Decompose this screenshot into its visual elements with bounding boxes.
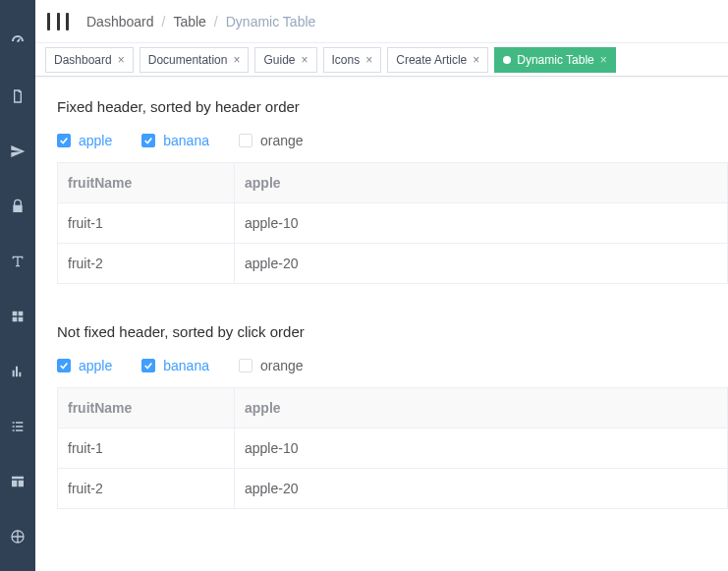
tabs-bar: Dashboard×Documentation×Guide×Icons×Crea…: [35, 43, 728, 77]
section-title: Not fixed header, sorted by click order: [57, 323, 728, 340]
breadcrumb-item[interactable]: Table: [173, 14, 205, 29]
table-header-cell: apple: [235, 163, 728, 203]
table-cell: apple-10: [235, 203, 728, 244]
tab-label: Documentation: [148, 53, 228, 67]
breadcrumb-item[interactable]: Dashboard: [86, 14, 154, 29]
close-icon[interactable]: ×: [365, 53, 372, 67]
tab[interactable]: Create Article×: [387, 47, 488, 73]
table-section: Fixed header, sorted by header orderappl…: [57, 98, 728, 284]
breadcrumb-separator: /: [162, 14, 166, 29]
breadcrumb-item: Dynamic Table: [226, 14, 316, 29]
checkbox[interactable]: banana: [141, 358, 209, 373]
close-icon[interactable]: ×: [473, 53, 479, 67]
checkbox[interactable]: orange: [239, 133, 304, 148]
checkbox[interactable]: banana: [141, 133, 209, 148]
table-section: Not fixed header, sorted by click ordera…: [57, 323, 728, 509]
tab-label: Create Article: [396, 53, 467, 67]
checkbox-group: applebananaorange: [57, 358, 728, 373]
tab[interactable]: Icons×: [323, 47, 382, 73]
tab[interactable]: Documentation×: [140, 47, 250, 73]
dashboard-icon[interactable]: [0, 14, 35, 69]
tab-label: Guide: [263, 53, 295, 67]
components-icon[interactable]: [0, 289, 35, 344]
tab-active-dot: [503, 56, 511, 64]
crosshair-icon[interactable]: [0, 509, 35, 564]
table-row: fruit-2apple-20: [58, 469, 728, 509]
close-icon[interactable]: ×: [118, 53, 125, 67]
tab[interactable]: Guide×: [254, 47, 316, 73]
checkbox-box: [57, 134, 71, 147]
breadcrumb: Dashboard/Table/Dynamic Table: [86, 14, 315, 29]
close-icon[interactable]: ×: [302, 53, 308, 67]
checkbox-label: apple: [79, 358, 112, 373]
tab-label: Dashboard: [54, 53, 112, 67]
list-icon[interactable]: [0, 399, 35, 454]
chart-icon[interactable]: [0, 344, 35, 399]
sidebar: [0, 0, 35, 571]
send-icon[interactable]: [0, 124, 35, 179]
table-row: fruit-2apple-20: [58, 244, 728, 284]
close-icon[interactable]: ×: [233, 53, 240, 67]
table-header-cell: fruitName: [58, 388, 235, 428]
table-header-cell: apple: [235, 388, 728, 428]
content: Fixed header, sorted by header orderappl…: [35, 77, 728, 571]
checkbox-label: banana: [163, 358, 209, 373]
table-row: fruit-1apple-10: [58, 428, 728, 469]
table-header-cell: fruitName: [58, 163, 235, 203]
table-cell: apple-20: [235, 469, 728, 509]
checkbox-box: [141, 359, 155, 372]
checkbox-box: [57, 359, 71, 372]
close-icon[interactable]: ×: [600, 53, 607, 67]
checkbox-box: [239, 359, 252, 372]
checkbox-label: banana: [163, 133, 209, 148]
section-title: Fixed header, sorted by header order: [57, 98, 728, 115]
hamburger-icon[interactable]: [47, 11, 69, 32]
table-header-row: fruitNameapple: [58, 388, 728, 428]
checkbox-box: [141, 134, 155, 147]
checkbox-box: [239, 134, 252, 147]
document-icon[interactable]: [0, 69, 35, 124]
checkbox[interactable]: apple: [57, 133, 112, 148]
table-icon[interactable]: [0, 454, 35, 509]
table-cell: fruit-2: [58, 469, 235, 509]
table-row: fruit-1apple-10: [58, 203, 728, 244]
table-header-row: fruitNameapple: [58, 163, 728, 203]
tab[interactable]: Dashboard×: [45, 47, 134, 73]
tab-label: Dynamic Table: [517, 53, 593, 67]
table-cell: fruit-1: [58, 203, 235, 244]
checkbox-label: apple: [79, 133, 112, 148]
tab[interactable]: Dynamic Table×: [494, 47, 616, 73]
checkbox-group: applebananaorange: [57, 133, 728, 148]
data-table: fruitNameapplefruit-1apple-10fruit-2appl…: [57, 162, 728, 284]
table-cell: apple-20: [235, 244, 728, 284]
checkbox-label: orange: [260, 358, 304, 373]
tab-label: Icons: [332, 53, 361, 67]
data-table: fruitNameapplefruit-1apple-10fruit-2appl…: [57, 387, 728, 509]
checkbox[interactable]: orange: [239, 358, 304, 373]
text-icon[interactable]: [0, 234, 35, 289]
checkbox-label: orange: [260, 133, 304, 148]
checkbox[interactable]: apple: [57, 358, 112, 373]
breadcrumb-separator: /: [214, 14, 218, 29]
lock-icon[interactable]: [0, 179, 35, 234]
header: Dashboard/Table/Dynamic Table: [35, 0, 728, 43]
table-cell: fruit-2: [58, 244, 235, 284]
table-cell: apple-10: [235, 428, 728, 469]
table-cell: fruit-1: [58, 428, 235, 469]
